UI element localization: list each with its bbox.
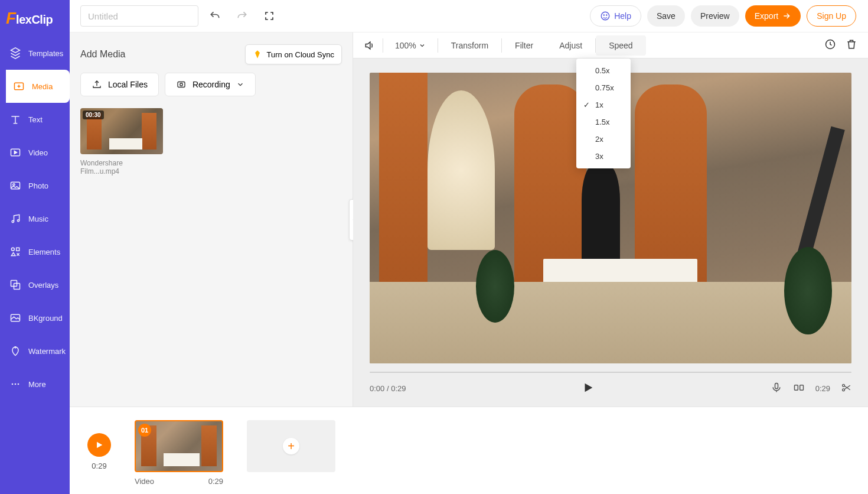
history-button[interactable] [824,38,836,52]
media-panel: Add Media Turn on Cloud Sync Local Files… [70,32,353,407]
sidebar-item-label: Music [28,214,48,223]
sidebar-item-photo[interactable]: Photo [0,169,70,202]
split-icon [793,382,805,394]
progress-bar[interactable] [370,372,851,373]
project-title-input[interactable] [80,5,198,27]
editor-toolbar: 100% Transform Filter Adjust Speed [353,32,868,58]
split-button[interactable] [793,382,805,395]
adjust-label: Adjust [559,41,582,50]
chevron-down-icon [419,42,426,49]
speed-option-1-5x[interactable]: 1.5x [576,113,631,131]
timeline-play-time: 0:29 [92,462,106,470]
scissors-icon [841,382,851,393]
sidebar-item-label: Templates [28,49,63,58]
svg-point-4 [12,220,14,222]
sidebar-item-overlays[interactable]: Overlays [0,268,70,301]
help-icon [600,11,611,21]
svg-point-15 [603,15,604,15]
video-icon [9,147,21,158]
play-controls: 0:00 / 0:29 0:29 [370,381,851,396]
svg-point-11 [12,384,14,385]
logo[interactable]: F lexClip [0,0,70,37]
sidebar-item-media[interactable]: Media [6,70,70,103]
timeline-clip-1[interactable]: 01 Video 0:29 [135,420,223,486]
sidebar-item-more[interactable]: More [0,368,70,401]
timeline-play-button[interactable] [87,433,111,457]
undo-button[interactable] [204,5,226,27]
photo-icon [9,180,21,191]
save-button[interactable]: Save [647,5,685,27]
sidebar-item-elements[interactable]: Elements [0,235,70,268]
check-icon: ✓ [583,100,590,109]
recording-button[interactable]: Recording [165,73,256,96]
local-files-button[interactable]: Local Files [80,73,159,96]
svg-rect-20 [775,384,778,389]
sidebar-item-watermark[interactable]: Watermark [0,334,70,368]
timeline: 0:29 01 Video 0:29 + [70,407,868,494]
templates-icon [9,47,21,59]
export-button[interactable]: Export [745,5,801,27]
play-button[interactable] [582,381,595,396]
sidebar-item-text[interactable]: Text [0,103,70,136]
speed-option-0-75x[interactable]: 0.75x [576,79,631,96]
speed-option-label: 0.5x [595,66,610,75]
text-icon [9,113,21,125]
svg-rect-22 [800,385,803,390]
zoom-select[interactable]: 100% [383,41,438,50]
speed-option-label: 3x [595,152,603,161]
redo-icon [236,10,248,22]
record-icon [176,79,187,90]
media-icon [13,80,25,92]
speed-option-3x[interactable]: 3x [576,148,631,165]
speed-option-0-5x[interactable]: 0.5x [576,62,631,79]
delete-button[interactable] [846,38,857,52]
svg-point-5 [17,220,19,222]
signup-button[interactable]: Sign Up [807,5,856,27]
media-clip-filename: Wondershare Film...u.mp4 [80,159,163,176]
mic-button[interactable] [771,382,782,395]
right-time: 0:29 [815,384,830,393]
fullscreen-button[interactable] [259,5,280,27]
sidebar-item-templates[interactable]: Templates [0,37,70,70]
help-button[interactable]: Help [590,5,641,27]
cloud-sync-button[interactable]: Turn on Cloud Sync [245,44,342,64]
svg-point-18 [180,83,183,86]
add-clip-button[interactable]: + [247,420,335,472]
arrow-right-icon [782,11,791,21]
sidebar-item-background[interactable]: BKground [0,301,70,334]
transform-button[interactable]: Transform [438,32,501,58]
logo-text: lexClip [16,13,53,27]
export-label: Export [755,11,778,21]
speed-option-1x[interactable]: ✓1x [576,96,631,113]
speed-button[interactable]: Speed [596,35,645,56]
preview-button[interactable]: Preview [691,5,739,27]
trim-button[interactable] [841,382,851,395]
elements-icon [9,246,21,258]
clip-duration: 0:29 [208,477,223,486]
media-clip[interactable]: 00:30 Wondershare Film...u.mp4 [80,108,163,176]
filter-button[interactable]: Filter [502,32,546,58]
adjust-button[interactable]: Adjust [546,32,595,58]
speed-option-2x[interactable]: 2x [576,131,631,148]
total-time: 0:29 [391,384,406,393]
sidebar-item-label: More [28,380,46,389]
preview-label: Preview [700,11,730,21]
svg-rect-7 [17,248,19,251]
transform-label: Transform [451,41,488,50]
trash-icon [846,38,857,50]
play-icon [94,440,104,450]
sidebar-item-label: Text [28,115,43,124]
music-icon [9,213,21,225]
sidebar-item-video[interactable]: Video [0,136,70,169]
speed-option-label: 0.75x [595,83,614,92]
plus-icon: + [283,438,299,454]
volume-button[interactable] [364,32,383,58]
sidebar-item-music[interactable]: Music [0,202,70,235]
filter-label: Filter [515,41,533,50]
upload-icon [92,79,102,90]
mic-icon [771,382,782,394]
redo-button[interactable] [231,5,253,27]
svg-point-12 [15,384,17,385]
local-files-label: Local Files [108,80,148,89]
media-clip-thumb: 00:30 [80,108,163,154]
